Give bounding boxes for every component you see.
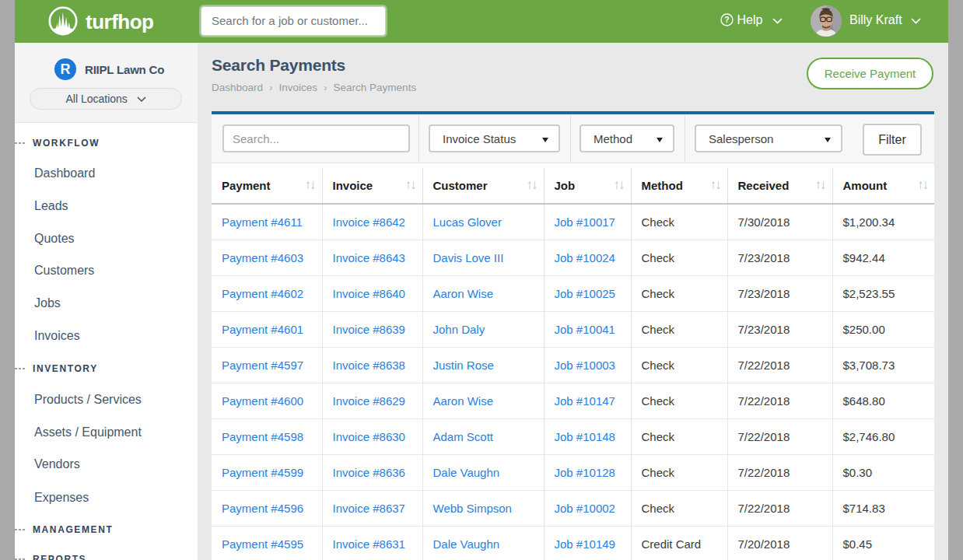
svg-text:?: ? [724,15,729,24]
